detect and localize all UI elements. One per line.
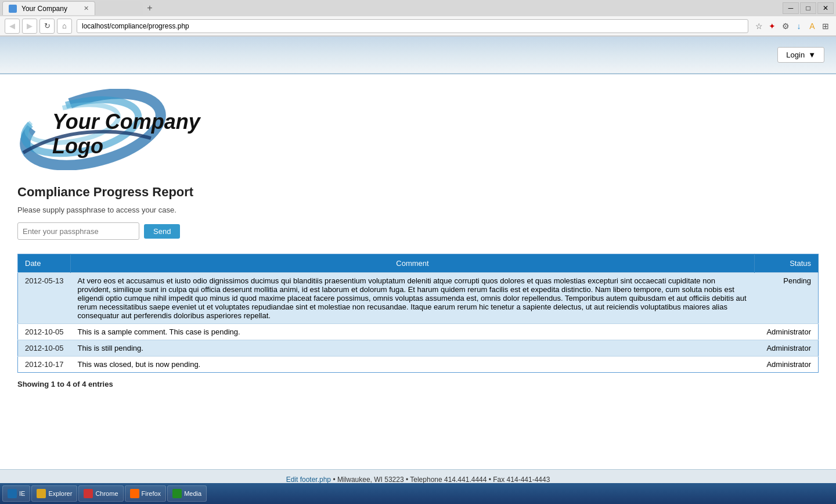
ext-icon-1[interactable]: ✦ [766,20,778,32]
cell-date: 2012-05-13 [18,273,71,324]
cell-status: Administrator [755,340,819,357]
ie-icon [8,489,17,489]
cell-comment: This is a sample comment. This case is p… [71,324,755,340]
cell-status: Administrator [755,324,819,340]
taskbar-items: IE Explorer Chrome Firefox Media [2,485,207,489]
ext-icon-3[interactable]: ↓ [793,20,805,32]
footer-text: Edit footer.php • Milwaukee, WI 53223 • … [286,476,550,484]
tab-favicon [9,5,17,13]
cell-status: Administrator [755,357,819,373]
cell-comment: At vero eos et accusamus et iusto odio d… [71,273,755,324]
taskbar-explorer[interactable]: Explorer [31,485,77,489]
new-tab-button[interactable]: + [144,2,156,14]
cell-date: 2012-10-05 [18,340,71,357]
cell-status: Pending [755,273,819,324]
table-row: 2012-10-17This was closed, but is now pe… [18,357,819,373]
table-row: 2012-10-05This is a sample comment. This… [18,324,819,340]
login-button[interactable]: Login ▼ [777,47,824,63]
cell-comment: This was closed, but is now pending. [71,357,755,373]
table-body: 2012-05-13At vero eos et accusamus et iu… [18,273,819,373]
logo-text: Your Company Logo [52,110,238,159]
restore-button[interactable]: □ [800,2,816,14]
taskbar-firefox[interactable]: Firefox [125,485,167,489]
close-button[interactable]: ✕ [817,2,834,14]
refresh-button[interactable]: ↻ [39,19,55,34]
home-button[interactable]: ⌂ [57,19,72,34]
footer-link[interactable]: Edit footer.php [286,476,331,484]
inactive-tab[interactable] [96,1,143,15]
explorer-icon [37,489,46,489]
passphrase-form: Send [17,222,819,240]
send-button[interactable]: Send [144,224,180,239]
back-button[interactable]: ◀ [5,19,20,34]
login-arrow: ▼ [808,51,816,59]
navigation-toolbar: ◀ ▶ ↻ ⌂ ☆ ✦ ⚙ ↓ A ⊞ [0,16,836,36]
ext-icon-2[interactable]: ⚙ [780,20,791,32]
table-row: 2012-10-05This is still pending.Administ… [18,340,819,357]
page-header-band: Login ▼ [0,37,836,74]
col-status: Status [755,254,819,273]
tab-bar: Your Company ✕ + ─ □ ✕ [0,0,836,16]
cell-date: 2012-10-05 [18,324,71,340]
table-footer: Showing 1 to 4 of 4 entries [17,377,819,391]
col-date: Date [18,254,71,273]
page-subtitle: Please supply passphrase to access your … [17,206,819,214]
taskbar: IE Explorer Chrome Firefox Media [0,483,836,489]
taskbar-ie[interactable]: IE [2,485,30,489]
taskbar-media[interactable]: Media [167,485,207,489]
logo-graphic: Your Company Logo [17,89,238,170]
page-title: Compliance Progress Report [17,185,819,200]
browser-chrome: Your Company ✕ + ─ □ ✕ ◀ ▶ ↻ ⌂ ☆ ✦ ⚙ ↓ A… [0,0,836,37]
tab-close-button[interactable]: ✕ [84,5,89,12]
table-header: Date Comment Status [18,254,819,273]
cell-date: 2012-10-17 [18,357,71,373]
passphrase-input[interactable] [17,222,139,240]
chrome-icon [84,489,93,489]
main-content: Your Company Logo Compliance Progress Re… [0,74,836,452]
minimize-button[interactable]: ─ [783,2,799,14]
cell-comment: This is still pending. [71,340,755,357]
address-bar[interactable] [77,19,748,33]
toolbar-icons: ☆ ✦ ⚙ ↓ A ⊞ [753,20,831,32]
table-row: 2012-05-13At vero eos et accusamus et iu… [18,273,819,324]
data-table: Date Comment Status 2012-05-13At vero eo… [17,254,819,373]
login-label: Login [786,51,805,59]
media-icon [172,489,182,489]
logo-area: Your Company Logo [17,86,819,173]
ext-icon-4[interactable]: A [806,20,818,32]
footer-address: • Milwaukee, WI 53223 • Telephone 414.44… [333,476,550,484]
active-tab[interactable]: Your Company ✕ [2,1,95,15]
firefox-icon [130,489,139,489]
forward-button[interactable]: ▶ [22,19,37,34]
taskbar-chrome[interactable]: Chrome [78,485,123,489]
tab-title: Your Company [21,5,67,13]
ext-icon-5[interactable]: ⊞ [820,20,831,32]
star-icon[interactable]: ☆ [753,20,765,32]
col-comment: Comment [71,254,755,273]
